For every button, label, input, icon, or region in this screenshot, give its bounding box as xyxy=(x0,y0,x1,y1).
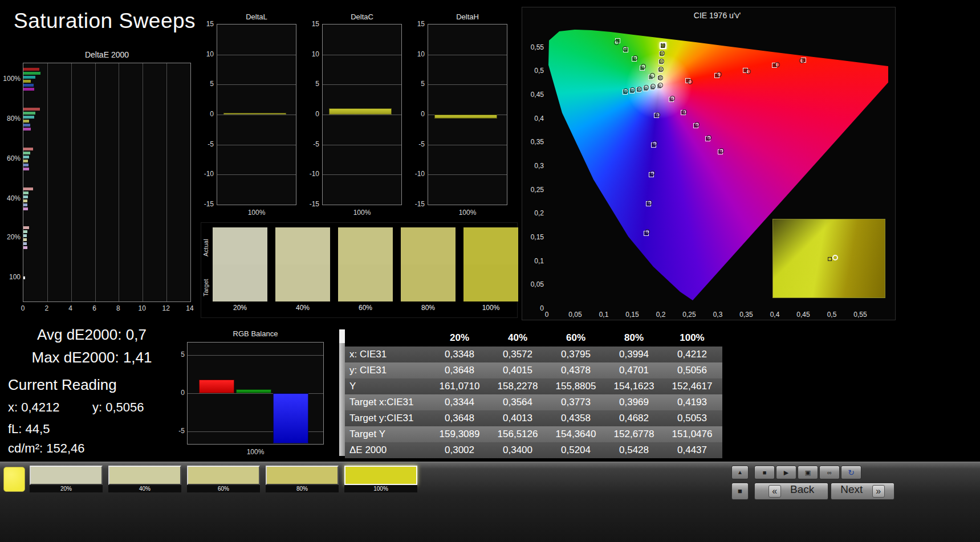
table-header-cell: 100% xyxy=(663,329,721,347)
delta-y-tick: 15 xyxy=(302,20,319,28)
inset-measured-marker xyxy=(832,255,838,260)
table-row: Target y:CIE310,36480,40130,43580,46820,… xyxy=(345,410,722,426)
saturation-swatch-button-20%[interactable]: 20% xyxy=(30,466,103,492)
stop-button[interactable]: ■ xyxy=(754,466,775,479)
table-scrollbar[interactable] xyxy=(339,329,345,456)
stats-y-value: y: 0,5056 xyxy=(92,400,144,415)
cie-x-tick: 0,15 xyxy=(624,311,641,319)
saturation-swatch-button-80%[interactable]: 80% xyxy=(266,466,339,492)
de-bar xyxy=(23,76,35,79)
cie-y-tick: 0,55 xyxy=(524,43,544,51)
saturation-swatch-button-40%[interactable]: 40% xyxy=(108,466,181,492)
saturation-swatch-button-100%[interactable]: 100% xyxy=(344,466,417,492)
cie-measured-marker-cyan xyxy=(650,84,656,89)
table-row-label: Y xyxy=(345,378,430,394)
table-cell: 0,5053 xyxy=(663,410,721,426)
cie-y-tick: 0,3 xyxy=(524,162,544,170)
delta-y-tick: 15 xyxy=(408,20,425,28)
cie-measured-marker-yellow xyxy=(658,75,663,80)
results-table: 20%40%60%80%100%x: CIE310,33480,35720,37… xyxy=(339,329,722,457)
cie-y-tick: 0,5 xyxy=(524,67,544,75)
cie-x-tick: 0,4 xyxy=(766,311,783,319)
rgb-bar-red xyxy=(199,380,234,393)
refresh-button[interactable]: ↻ xyxy=(841,466,861,479)
cie-measured-marker-red xyxy=(717,72,722,77)
swatch-60% xyxy=(338,227,393,301)
table-grid: 20%40%60%80%100%x: CIE310,33480,35720,37… xyxy=(345,329,722,458)
table-row-label: Target y:CIE31 xyxy=(345,410,430,426)
cie-current-marker xyxy=(660,42,666,49)
table-cell: 154,3640 xyxy=(547,426,605,442)
delta-y-tick: -10 xyxy=(197,170,214,178)
table-cell: 154,1623 xyxy=(605,378,663,394)
de-x-tick: 14 xyxy=(184,304,196,312)
table-cell: 159,3089 xyxy=(430,426,489,442)
stats-avg-de2000: Avg dE2000: 0,7 xyxy=(11,326,172,344)
de-group-label: 60% xyxy=(1,154,21,162)
swatch-actual xyxy=(213,227,267,264)
delta-y-tick: 5 xyxy=(197,80,214,88)
cie-panel: CIE 1976 u'v' 00,050,10,150,20,250,30,35… xyxy=(522,7,896,320)
record-button[interactable]: ▣ xyxy=(798,466,818,479)
cie-measured-marker-blue xyxy=(655,112,660,117)
saturation-swatch-button-60%[interactable]: 60% xyxy=(187,466,260,492)
delta-y-tick: 15 xyxy=(197,20,214,28)
grid-line xyxy=(323,174,401,175)
swatch-actual xyxy=(275,227,330,264)
next-button[interactable]: Next » xyxy=(831,483,894,500)
delta-y-tick: -5 xyxy=(302,140,319,148)
swatch-color xyxy=(266,466,339,485)
delta-y-tick: -10 xyxy=(408,170,425,178)
deltah-x-label: 100% xyxy=(428,209,507,217)
play-button[interactable]: ▶ xyxy=(776,466,796,479)
cie-measured-marker-magenta xyxy=(694,122,700,127)
color-patch-button[interactable] xyxy=(3,467,25,492)
cie-y-tick: 0,45 xyxy=(524,91,544,99)
de-bar xyxy=(23,148,33,150)
de2000-chart: DeltaE 2000 02468101214100%80%60%40%20%1… xyxy=(1,50,195,319)
swatch-label: 100% xyxy=(463,304,518,312)
cie-plot xyxy=(546,23,888,308)
stats-cdm2-value: cd/m²: 152,46 xyxy=(8,441,85,456)
swatch-color xyxy=(344,466,417,485)
delta-y-tick: 0 xyxy=(408,110,425,118)
grid-line xyxy=(217,55,296,55)
cie-y-tick: 0,25 xyxy=(524,186,544,194)
de-bar xyxy=(23,88,34,91)
delta-chart-deltac: DeltaC 100% 151050-5-10-15 xyxy=(302,13,404,229)
swatch-comparison-panel: Actual Target 20%40%60%80%100% xyxy=(201,222,518,318)
cie-x-tick: 0,35 xyxy=(738,311,755,319)
table-scrollbar-thumb[interactable] xyxy=(339,329,345,343)
table-cell: 0,4358 xyxy=(547,410,605,426)
de-group-label: 100 xyxy=(1,273,21,281)
swatch-label: 60% xyxy=(338,304,393,312)
table-cell: 0,4701 xyxy=(605,362,663,378)
swatch-label: 40% xyxy=(275,304,330,312)
de-bar xyxy=(23,230,27,233)
stop-icon: ■ xyxy=(763,469,767,476)
deltah-plot xyxy=(428,24,507,205)
cie-x-tick: 0,3 xyxy=(709,311,726,319)
up-icon: ▲ xyxy=(737,469,743,475)
up-button[interactable]: ▲ xyxy=(731,466,749,479)
grid-line xyxy=(323,84,401,85)
record-icon: ▣ xyxy=(805,469,811,476)
rgb-bar-blue xyxy=(273,393,308,443)
de-bar xyxy=(23,234,27,237)
table-cell: 0,3002 xyxy=(430,442,489,458)
swatch-button-label: 60% xyxy=(187,485,260,492)
de-bar xyxy=(23,226,29,229)
deltal-title: DeltaL xyxy=(217,13,296,21)
loop-button[interactable]: ∞ xyxy=(819,466,840,479)
grid-line xyxy=(217,84,296,85)
stats-x-value: x: 0,4212 xyxy=(8,400,60,415)
delta-y-tick: 10 xyxy=(408,50,425,58)
de-x-tick: 8 xyxy=(112,304,124,312)
grid-line xyxy=(119,63,119,301)
swatch-button-label: 80% xyxy=(266,485,339,492)
de-bar xyxy=(23,156,29,158)
swatch-label: 20% xyxy=(213,304,267,312)
table-row-label: x: CIE31 xyxy=(345,347,430,362)
back-button[interactable]: « Back xyxy=(754,483,828,500)
square-button[interactable]: ■ xyxy=(731,483,749,500)
